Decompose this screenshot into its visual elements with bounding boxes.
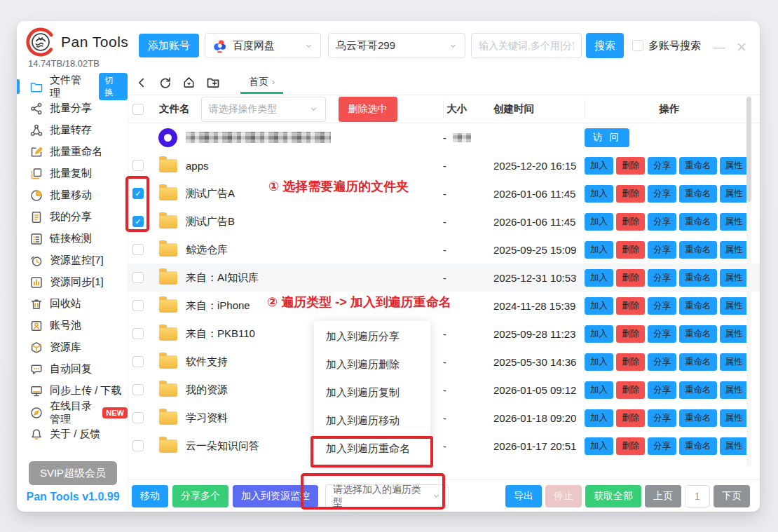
- row-action-delete-button[interactable]: 删除: [616, 185, 645, 203]
- add-to-resource-monitor-button[interactable]: 加入到资源监控: [233, 485, 318, 507]
- row-action-properties-button[interactable]: 属性: [720, 353, 749, 371]
- menu-item-traverse-rename[interactable]: 加入到遍历重命名: [314, 435, 430, 463]
- visit-button[interactable]: 访 问: [585, 128, 629, 147]
- next-page-button[interactable]: 下页: [714, 485, 750, 507]
- search-input[interactable]: [471, 33, 582, 58]
- sidebar-item-sync-updown[interactable]: 同步上传 / 下载: [25, 380, 128, 402]
- row-action-share-button[interactable]: 分享: [648, 381, 676, 399]
- select-all-checkbox[interactable]: [132, 104, 144, 115]
- row-action-properties-button[interactable]: 属性: [720, 325, 749, 343]
- row-checkbox[interactable]: [132, 356, 144, 367]
- row-action-add-button[interactable]: 加入: [585, 269, 613, 287]
- close-button[interactable]: ✕: [736, 39, 747, 55]
- file-name[interactable]: 鲸选仓库: [186, 243, 228, 257]
- row-action-add-button[interactable]: 加入: [585, 157, 613, 175]
- row-action-rename-button[interactable]: 重命名: [679, 269, 717, 287]
- row-checkbox[interactable]: [132, 188, 144, 199]
- sidebar-item-batch-rename[interactable]: 批量重命名: [25, 141, 128, 163]
- row-action-share-button[interactable]: 分享: [648, 297, 676, 315]
- row-action-add-button[interactable]: 加入: [585, 241, 613, 259]
- sidebar-item-batch-transfer[interactable]: 批量转存: [25, 119, 128, 141]
- row-action-delete-button[interactable]: 删除: [616, 241, 645, 259]
- row-action-delete-button[interactable]: 删除: [616, 297, 645, 315]
- row-action-share-button[interactable]: 分享: [648, 185, 676, 203]
- row-action-properties-button[interactable]: 属性: [720, 297, 749, 315]
- sidebar-item-resource-sync[interactable]: 资源同步[1]: [25, 271, 128, 293]
- sidebar-item-online-dir[interactable]: 在线目录管理NEW: [25, 402, 128, 423]
- provider-select[interactable]: 百度网盘: [205, 33, 321, 58]
- row-action-delete-button[interactable]: 删除: [616, 157, 645, 175]
- file-name[interactable]: 测试广告B: [186, 215, 235, 229]
- row-action-properties-button[interactable]: 属性: [720, 381, 749, 399]
- sidebar-item-bell[interactable]: 关于 / 反馈: [25, 423, 128, 445]
- file-name[interactable]: 我的资源: [186, 383, 228, 397]
- sidebar-item-resource-lib[interactable]: 资源库: [25, 336, 128, 358]
- row-action-properties-button[interactable]: 属性: [720, 437, 749, 455]
- row-action-properties-button[interactable]: 属性: [720, 213, 749, 231]
- prev-page-button[interactable]: 上页: [645, 485, 681, 507]
- move-button[interactable]: 移动: [132, 485, 168, 507]
- multi-account-checkbox[interactable]: [632, 40, 643, 51]
- sidebar-item-auto-reply[interactable]: 自动回复: [25, 358, 128, 380]
- sidebar-item-my-share[interactable]: 我的分享: [25, 206, 128, 228]
- file-name[interactable]: 测试广告A: [186, 187, 235, 200]
- new-folder-icon[interactable]: [206, 76, 220, 90]
- export-button[interactable]: 导出: [505, 485, 542, 507]
- menu-item-traverse[interactable]: 加入到遍历删除: [314, 350, 430, 378]
- row-action-share-button[interactable]: 分享: [648, 353, 676, 371]
- row-action-share-button[interactable]: 分享: [648, 269, 676, 287]
- row-action-add-button[interactable]: 加入: [585, 353, 613, 371]
- page-number-input[interactable]: [685, 485, 710, 507]
- delete-selected-button[interactable]: 删除选中: [339, 97, 397, 122]
- sidebar-item-account-pool[interactable]: 账号池: [25, 315, 128, 336]
- row-checkbox[interactable]: [132, 272, 144, 283]
- row-checkbox[interactable]: [132, 440, 144, 451]
- row-action-delete-button[interactable]: 删除: [616, 269, 645, 287]
- sidebar-item-folder-manage[interactable]: 文件管理切换: [25, 76, 128, 97]
- row-action-share-button[interactable]: 分享: [648, 157, 676, 175]
- row-action-properties-button[interactable]: 属性: [720, 269, 749, 287]
- row-action-add-button[interactable]: 加入: [585, 213, 613, 231]
- sidebar-item-resource-monitor[interactable]: 资源监控[7]: [25, 250, 128, 271]
- row-checkbox[interactable]: [132, 160, 144, 171]
- row-checkbox[interactable]: [132, 384, 144, 395]
- scrollbar[interactable]: [746, 97, 751, 467]
- file-name[interactable]: 来自：AI知识库: [186, 271, 259, 285]
- account-select[interactable]: 乌云哥哥299: [328, 33, 465, 58]
- row-action-rename-button[interactable]: 重命名: [679, 353, 717, 371]
- sidebar-item-batch-copy[interactable]: 批量复制: [25, 163, 128, 184]
- menu-item-traverse[interactable]: 加入到遍历分享: [314, 322, 430, 350]
- operation-type-select[interactable]: 请选择操作类型: [201, 97, 326, 122]
- row-action-delete-button[interactable]: 删除: [616, 409, 645, 427]
- scrollbar-thumb[interactable]: [746, 97, 751, 202]
- back-icon[interactable]: [135, 76, 148, 89]
- row-action-properties-button[interactable]: 属性: [720, 241, 749, 259]
- row-action-delete-button[interactable]: 删除: [616, 325, 645, 343]
- row-checkbox[interactable]: [132, 244, 144, 255]
- home-icon[interactable]: [182, 76, 196, 89]
- menu-item-traverse[interactable]: 加入到遍历复制: [314, 378, 430, 407]
- sidebar-badge-switch[interactable]: 切换: [99, 73, 128, 100]
- row-checkbox[interactable]: [132, 328, 144, 339]
- file-name[interactable]: 来自：PKB110: [186, 327, 255, 341]
- row-action-add-button[interactable]: 加入: [585, 409, 613, 427]
- row-action-rename-button[interactable]: 重命名: [679, 297, 717, 315]
- row-action-add-button[interactable]: 加入: [585, 297, 613, 315]
- share-multiple-button[interactable]: 分享多个: [172, 485, 228, 507]
- multi-account-search-toggle[interactable]: 多账号搜索: [632, 39, 701, 53]
- file-name[interactable]: 学习资料: [186, 411, 228, 425]
- row-action-delete-button[interactable]: 删除: [616, 437, 645, 455]
- row-action-rename-button[interactable]: 重命名: [679, 241, 717, 259]
- row-action-rename-button[interactable]: 重命名: [679, 325, 717, 343]
- stop-button[interactable]: 停止: [545, 485, 582, 507]
- file-name[interactable]: 云一朵知识问答: [186, 439, 259, 453]
- search-button[interactable]: 搜索: [586, 33, 624, 58]
- refresh-icon[interactable]: [158, 76, 172, 89]
- sidebar-item-batch-share[interactable]: 批量分享: [25, 97, 128, 119]
- file-name[interactable]: 来自：iPhone: [186, 299, 250, 313]
- sidebar-item-link-check[interactable]: 链接检测: [25, 228, 128, 250]
- row-action-properties-button[interactable]: 属性: [720, 157, 749, 175]
- row-action-rename-button[interactable]: 重命名: [679, 157, 717, 175]
- row-action-share-button[interactable]: 分享: [648, 409, 676, 427]
- get-all-button[interactable]: 获取全部: [585, 485, 641, 507]
